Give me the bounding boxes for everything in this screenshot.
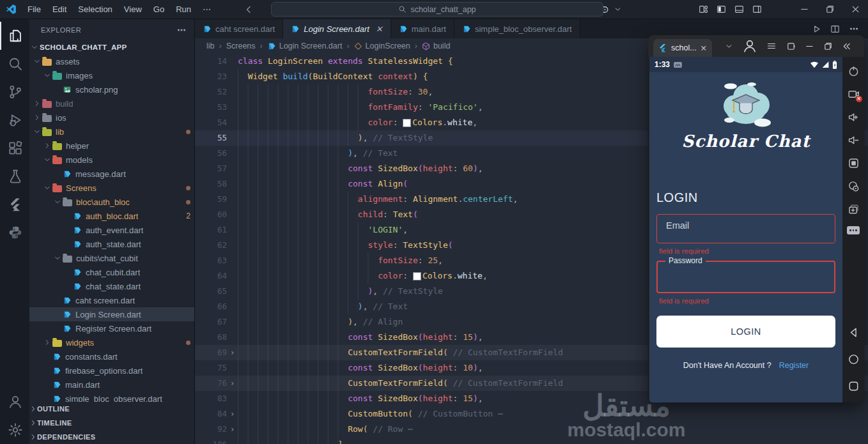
split-editor-icon[interactable]	[830, 24, 840, 34]
tree-item[interactable]: assets	[29, 54, 194, 68]
tree-item[interactable]: lib	[29, 125, 194, 139]
maximize-icon[interactable]	[817, 0, 842, 19]
more-actions-icon[interactable]	[849, 24, 859, 34]
activity-search-icon[interactable]	[0, 50, 29, 78]
breadcrumb-item[interactable]: Login Screen.dart	[267, 42, 343, 50]
layout-customize-icon[interactable]	[694, 0, 712, 19]
back-icon[interactable]	[848, 326, 860, 339]
breadcrumb-item[interactable]: LoginScreen	[354, 42, 410, 50]
menu-item-view[interactable]: View	[118, 4, 148, 14]
volume-down-icon[interactable]	[848, 134, 860, 146]
menu-item-[interactable]: ⋯	[197, 4, 217, 14]
editor-tab[interactable]: Login Screen.dart✕	[283, 19, 391, 38]
breadcrumb-item[interactable]: Screens	[226, 42, 256, 50]
activity-extensions-icon[interactable]	[0, 134, 29, 162]
activity-source-control-icon[interactable]	[0, 78, 29, 106]
sidebar-section-dependencies[interactable]: DEPENDENCIES	[29, 430, 194, 444]
menu-item-run[interactable]: Run	[170, 4, 197, 14]
activity-testing-icon[interactable]	[0, 162, 29, 190]
more-icon[interactable]	[847, 226, 860, 234]
tree-item[interactable]: ios	[29, 111, 194, 125]
menu-item-edit[interactable]: Edit	[47, 4, 72, 14]
fold-chevron-icon[interactable]: ›	[227, 376, 238, 391]
activity-run-debug-icon[interactable]	[0, 106, 29, 134]
tree-item[interactable]: scholar.png	[29, 82, 194, 96]
login-button[interactable]: LOGIN	[656, 316, 835, 348]
tree-item[interactable]: chat_cubit.dart	[29, 265, 194, 279]
screenshot-icon[interactable]	[848, 157, 860, 169]
minimize-icon[interactable]	[791, 0, 817, 19]
breadcrumb-item[interactable]: build	[422, 42, 450, 50]
camera-off-icon[interactable]: ✕	[848, 88, 860, 100]
explorer-more-actions-icon[interactable]	[176, 25, 187, 35]
tree-item[interactable]: caht screen.dart	[29, 293, 194, 307]
close-icon[interactable]: ✕	[376, 24, 383, 34]
breadcrumb-item[interactable]: lib	[206, 42, 215, 50]
fold-chevron-icon[interactable]: ›	[227, 422, 238, 437]
tree-item[interactable]: Register Screen.dart	[29, 321, 194, 335]
volume-up-icon[interactable]	[848, 111, 860, 123]
history-back-icon[interactable]	[240, 0, 258, 19]
emulator-tab[interactable]: schol... ✕	[653, 39, 712, 57]
menu-icon[interactable]	[766, 41, 777, 51]
activity-python-icon[interactable]	[0, 218, 29, 247]
tree-item[interactable]: auth_bloc.dart2	[29, 209, 194, 223]
tree-item[interactable]: models	[29, 153, 194, 167]
command-center-search[interactable]: scholar_chatt_app	[271, 2, 603, 17]
close-icon[interactable]: ✕	[701, 43, 707, 53]
run-icon[interactable]	[812, 24, 821, 34]
screen-record-icon[interactable]	[848, 180, 860, 192]
chevron-down-icon[interactable]	[612, 0, 623, 19]
tree-item[interactable]: main.dart	[29, 378, 194, 392]
tree-item[interactable]: chat_state.dart	[29, 279, 194, 293]
close-icon[interactable]	[842, 0, 868, 19]
account-icon[interactable]	[742, 38, 757, 54]
layout-panel-icon[interactable]	[730, 0, 748, 19]
tree-item[interactable]: cubits\chat_cubit	[29, 251, 194, 265]
tree-item[interactable]: bloc\auth_bloc	[29, 195, 194, 209]
tree-item[interactable]: images	[29, 68, 194, 82]
tree-item[interactable]: helper	[29, 139, 194, 153]
tree-item[interactable]: auth_event.dart	[29, 223, 194, 237]
tree-item[interactable]: firebase_options.dart	[29, 364, 194, 378]
password-field[interactable]: Password	[656, 261, 835, 293]
activity-settings-icon[interactable]	[0, 416, 29, 444]
layout-sidebar-left-icon[interactable]	[712, 0, 730, 19]
tree-item[interactable]: auth_state.dart	[29, 237, 194, 251]
sidebar-section-timeline[interactable]: TIMELINE	[29, 416, 194, 430]
code-token: white	[447, 115, 472, 130]
fold-chevron-icon[interactable]: ›	[227, 345, 238, 360]
collapse-icon[interactable]	[842, 42, 851, 51]
activity-flutter-icon[interactable]	[0, 190, 29, 218]
rotate-icon[interactable]	[786, 42, 796, 51]
tree-root-label: SCHOLAR_CHATT_APP	[40, 43, 127, 51]
editor-tab[interactable]: main.dart	[391, 19, 454, 38]
snapshot-icon[interactable]	[848, 203, 860, 215]
minimize-icon[interactable]	[805, 42, 814, 51]
tree-root[interactable]: SCHOLAR_CHATT_APP	[29, 40, 194, 54]
chevron-down-icon[interactable]	[725, 42, 733, 50]
menu-item-file[interactable]: File	[22, 4, 47, 14]
menu-item-selection[interactable]: Selection	[72, 4, 118, 14]
activity-account-icon[interactable]	[0, 388, 29, 416]
register-link[interactable]: Register	[779, 361, 809, 370]
layout-sidebar-right-icon[interactable]	[748, 0, 766, 19]
editor-tab[interactable]: caht screen.dart	[195, 19, 283, 38]
menu-item-go[interactable]: Go	[148, 4, 170, 14]
sidebar-section-outline[interactable]: OUTLINE	[29, 402, 194, 416]
fold-chevron-icon[interactable]: ›	[227, 406, 238, 422]
tree-item[interactable]: Screens	[29, 181, 194, 195]
overview-icon[interactable]	[848, 380, 860, 392]
maximize-icon[interactable]	[823, 42, 833, 51]
power-icon[interactable]	[848, 65, 860, 77]
activity-explorer-icon[interactable]	[0, 22, 29, 50]
email-field[interactable]: Email	[656, 214, 835, 243]
tree-item[interactable]: widgets	[29, 335, 194, 349]
tree-item[interactable]: message.dart	[29, 167, 194, 181]
editor-tab[interactable]: simple_bloc_observer.dart	[454, 19, 580, 38]
tree-item[interactable]: build	[29, 96, 194, 111]
tree-item[interactable]: simple_bloc_observer.dart	[29, 392, 194, 402]
tree-item[interactable]: Login Screen.dart	[29, 307, 194, 321]
tree-item[interactable]: constants.dart	[29, 349, 194, 364]
home-icon[interactable]	[848, 353, 860, 365]
